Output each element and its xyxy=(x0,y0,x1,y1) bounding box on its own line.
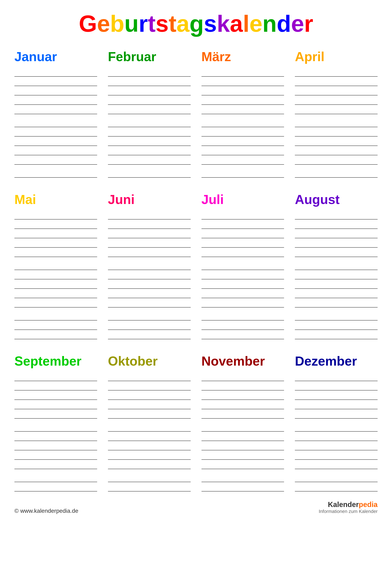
line xyxy=(295,330,378,339)
separator xyxy=(108,307,191,311)
lines-november xyxy=(202,372,284,492)
lines-september xyxy=(14,372,97,492)
line xyxy=(202,298,284,307)
line xyxy=(14,473,97,482)
line xyxy=(108,77,191,86)
month-name-august: August xyxy=(295,192,378,207)
line xyxy=(202,279,284,289)
month-mai: Mai xyxy=(14,192,97,339)
line xyxy=(14,311,97,320)
line xyxy=(108,432,191,441)
line xyxy=(108,381,191,390)
line xyxy=(295,127,378,137)
section-gap xyxy=(295,178,378,192)
line xyxy=(295,409,378,419)
line xyxy=(295,118,378,127)
separator xyxy=(202,165,284,168)
line xyxy=(14,270,97,279)
line xyxy=(14,441,97,450)
separator xyxy=(108,469,191,473)
separator xyxy=(14,165,97,168)
line xyxy=(108,270,191,279)
line xyxy=(202,450,284,460)
line xyxy=(108,220,191,229)
section-gap xyxy=(202,339,284,354)
brand-kalender: Kalender xyxy=(328,501,359,508)
brand-name: Kalenderpedia xyxy=(319,501,378,509)
line xyxy=(108,127,191,137)
line xyxy=(202,67,284,77)
line xyxy=(108,95,191,105)
line xyxy=(108,311,191,320)
line xyxy=(202,460,284,469)
lines-oktober xyxy=(108,372,191,492)
line xyxy=(202,400,284,409)
month-name-mai: Mai xyxy=(14,192,97,207)
line xyxy=(202,270,284,279)
line xyxy=(202,320,284,330)
month-januar: Januar xyxy=(14,49,97,178)
line xyxy=(202,422,284,432)
line xyxy=(295,210,378,220)
line xyxy=(108,320,191,330)
line xyxy=(295,86,378,95)
line xyxy=(14,118,97,127)
month-name-oktober: Oktober xyxy=(108,354,191,368)
line xyxy=(14,390,97,400)
line xyxy=(295,146,378,155)
separator xyxy=(14,257,97,261)
line xyxy=(295,261,378,270)
separator xyxy=(295,469,378,473)
line xyxy=(108,390,191,400)
line xyxy=(202,220,284,229)
line xyxy=(14,298,97,307)
line xyxy=(14,137,97,146)
line xyxy=(295,77,378,86)
line xyxy=(295,372,378,381)
line xyxy=(202,248,284,257)
brand-pedia: pedia xyxy=(359,501,378,508)
line xyxy=(108,118,191,127)
calendar-grid: Januar Februar xyxy=(14,49,378,492)
month-april: April xyxy=(295,49,378,178)
month-august: August xyxy=(295,192,378,339)
footer-brand: Kalenderpedia Informationen zum Kalender xyxy=(319,501,378,514)
line xyxy=(295,168,378,178)
line xyxy=(108,137,191,146)
line xyxy=(202,155,284,165)
line xyxy=(108,279,191,289)
line xyxy=(108,372,191,381)
line xyxy=(14,320,97,330)
line xyxy=(14,229,97,238)
line xyxy=(108,67,191,77)
line xyxy=(295,400,378,409)
line xyxy=(108,146,191,155)
month-september: September xyxy=(14,354,97,492)
line xyxy=(108,400,191,409)
footer-website: © www.kalenderpedia.de xyxy=(14,507,78,514)
line xyxy=(295,220,378,229)
line xyxy=(295,320,378,330)
line xyxy=(295,441,378,450)
section-gap xyxy=(14,339,97,354)
line xyxy=(202,372,284,381)
line xyxy=(202,127,284,137)
line xyxy=(14,330,97,339)
section-gap xyxy=(295,339,378,354)
page-title: Geburtstagskalender xyxy=(14,11,378,37)
month-november: November xyxy=(202,354,284,492)
line xyxy=(14,146,97,155)
month-name-februar: Februar xyxy=(108,49,191,64)
separator xyxy=(295,307,378,311)
line xyxy=(14,105,97,114)
line xyxy=(202,432,284,441)
line xyxy=(295,311,378,320)
line xyxy=(295,450,378,460)
separator xyxy=(202,469,284,473)
lines-april xyxy=(295,67,378,178)
line xyxy=(202,168,284,178)
separator xyxy=(202,114,284,118)
line xyxy=(108,422,191,432)
brand-sub: Informationen zum Kalender xyxy=(319,509,378,514)
separator xyxy=(14,469,97,473)
